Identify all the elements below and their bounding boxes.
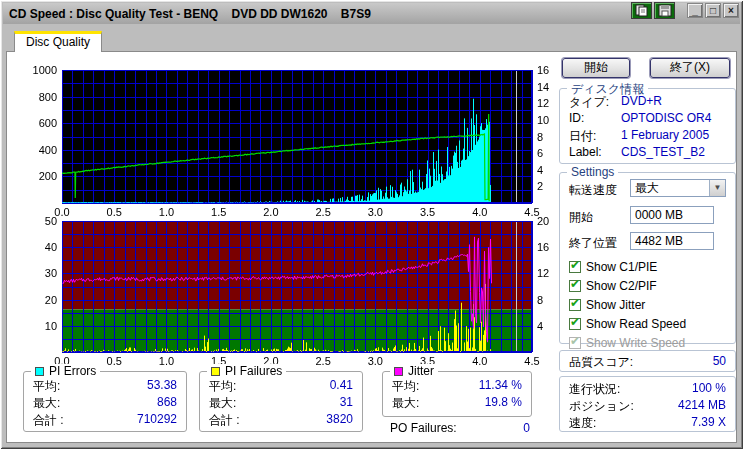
quality-score-label: 品質スコア: bbox=[569, 354, 633, 371]
pi-failures-box: PI Failures 平均:0.41 最大:31 合計 :3820 bbox=[199, 371, 363, 432]
pi-failures-avg-label: 平均: bbox=[209, 378, 236, 394]
disc-type-value: DVD+R bbox=[621, 94, 662, 110]
pi-errors-avg-label: 平均: bbox=[33, 378, 60, 394]
checkbox-icon: ✔ bbox=[569, 299, 581, 311]
disc-type-label: タイプ: bbox=[569, 94, 621, 110]
settings-title: Settings bbox=[567, 165, 618, 179]
pi-errors-max-label: 最大: bbox=[33, 395, 60, 411]
quality-score-value: 50 bbox=[713, 354, 726, 371]
checkbox-show-read-speed[interactable]: ✔ Show Read Speed bbox=[569, 316, 686, 331]
po-failures-label: PO Failures: bbox=[390, 421, 457, 435]
quality-score-group: 品質スコア: 50 bbox=[559, 350, 736, 372]
jitter-avg-label: 平均: bbox=[392, 378, 419, 394]
checkbox-icon: ✔ bbox=[569, 318, 581, 330]
copy-button[interactable] bbox=[631, 2, 652, 19]
tab-disc-quality[interactable]: Disc Quality bbox=[14, 31, 102, 52]
close-button[interactable]: × bbox=[723, 3, 739, 18]
pi-errors-max-value: 868 bbox=[157, 395, 177, 411]
end-pos-input[interactable]: 4482 MB bbox=[630, 232, 714, 250]
pi-failures-total-label: 合計 : bbox=[209, 412, 240, 428]
save-icon bbox=[658, 4, 672, 17]
jitter-max-label: 最大: bbox=[392, 395, 419, 411]
po-failures-value: 0 bbox=[523, 421, 530, 435]
pi-failures-swatch-icon bbox=[211, 367, 220, 376]
checkbox-show-c1-pie[interactable]: ✔ Show C1/PIE bbox=[569, 259, 657, 274]
speed-select[interactable]: 最大 ▼ bbox=[630, 179, 726, 197]
copy-icon bbox=[635, 4, 649, 17]
disc-date-value: 1 February 2005 bbox=[621, 128, 709, 144]
title-bar[interactable]: CD Speed : Disc Quality Test - BENQ DVD … bbox=[3, 3, 740, 24]
pi-errors-box: PI Errors 平均:53.38 最大:868 合計 :710292 bbox=[23, 371, 187, 432]
jitter-title: Jitter bbox=[408, 364, 434, 378]
pi-errors-swatch-icon bbox=[35, 367, 44, 376]
maximize-button[interactable]: □ bbox=[705, 3, 721, 18]
jitter-max-value: 19.8 % bbox=[485, 395, 522, 411]
pi-failures-avg-value: 0.41 bbox=[330, 378, 353, 394]
pi-failures-title: PI Failures bbox=[225, 364, 282, 378]
save-button[interactable] bbox=[654, 2, 675, 19]
position-label: ポジション: bbox=[569, 398, 634, 415]
pi-errors-title: PI Errors bbox=[49, 364, 96, 378]
exit-button[interactable]: 終了(X) bbox=[650, 58, 730, 78]
checkbox-icon: ✔ bbox=[569, 261, 581, 273]
disc-quality-charts bbox=[28, 64, 554, 370]
disc-label-label: Label: bbox=[569, 145, 621, 161]
app-window: CD Speed : Disc Quality Test - BENQ DVD … bbox=[0, 0, 743, 449]
checkbox-icon: ✔ bbox=[569, 280, 581, 292]
disc-id-value: OPTODISC OR4 bbox=[621, 111, 711, 127]
speed-label: 転送速度 bbox=[569, 182, 617, 199]
pi-failures-total-value: 3820 bbox=[326, 412, 353, 428]
disc-date-label: 日付: bbox=[569, 128, 621, 144]
jitter-swatch-icon bbox=[394, 367, 403, 376]
pi-errors-total-value: 710292 bbox=[137, 412, 177, 428]
progress-group: 進行状況:100 % ポジション:4214 MB 速度:7.39 X bbox=[559, 376, 736, 432]
pi-failures-max-label: 最大: bbox=[209, 395, 236, 411]
disc-info-group: ディスク情報 タイプ:DVD+R ID:OPTODISC OR4 日付:1 Fe… bbox=[559, 88, 736, 164]
end-pos-label: 終了位置 bbox=[569, 235, 617, 252]
settings-group: Settings 転送速度 最大 ▼ 開始 0000 MB 終了位置 4482 … bbox=[559, 172, 736, 344]
window-title: CD Speed : Disc Quality Test - BENQ DVD … bbox=[3, 7, 371, 21]
checkbox-show-c2-pif[interactable]: ✔ Show C2/PIF bbox=[569, 278, 657, 293]
disc-id-label: ID: bbox=[569, 111, 621, 127]
jitter-avg-value: 11.34 % bbox=[479, 378, 522, 394]
pi-failures-max-value: 31 bbox=[340, 395, 353, 411]
chevron-down-icon[interactable]: ▼ bbox=[709, 180, 725, 196]
checkbox-show-write-speed: ✔ Show Write Speed bbox=[569, 335, 685, 350]
checkbox-show-jitter[interactable]: ✔ Show Jitter bbox=[569, 297, 645, 312]
position-value: 4214 MB bbox=[678, 398, 726, 415]
pi-errors-total-label: 合計 : bbox=[33, 412, 64, 428]
progress-value: 100 % bbox=[692, 381, 726, 398]
minimize-button[interactable]: _ bbox=[687, 3, 703, 18]
start-pos-input[interactable]: 0000 MB bbox=[630, 206, 714, 224]
start-button[interactable]: 開始 bbox=[562, 58, 630, 78]
checkbox-icon: ✔ bbox=[569, 337, 581, 349]
progress-label: 進行状況: bbox=[569, 381, 620, 398]
speed-value-label: 速度: bbox=[569, 415, 596, 432]
po-failures-row: PO Failures: 0 bbox=[390, 421, 530, 435]
speed-value-value: 7.39 X bbox=[691, 415, 726, 432]
pi-errors-avg-value: 53.38 bbox=[147, 378, 177, 394]
start-pos-label: 開始 bbox=[569, 209, 593, 226]
speed-select-value: 最大 bbox=[631, 180, 659, 196]
disc-label-value: CDS_TEST_B2 bbox=[621, 145, 705, 161]
jitter-box: Jitter 平均:11.34 % 最大:19.8 % bbox=[382, 371, 532, 417]
